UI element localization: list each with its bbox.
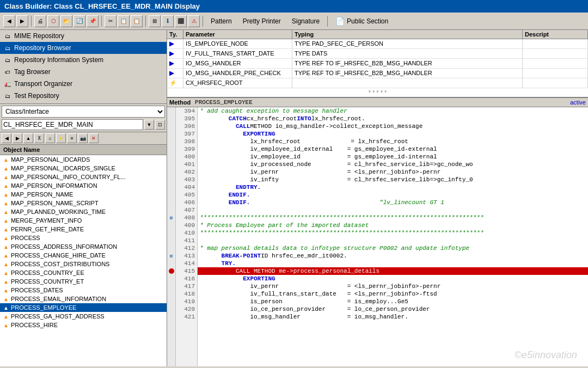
toolbar-separator-4 bbox=[203, 16, 203, 27]
bookmark-button[interactable]: 📌 bbox=[87, 15, 99, 27]
nav-mime[interactable]: 🗂 MIME Repository bbox=[0, 30, 167, 42]
pattern-button[interactable]: Pattern bbox=[206, 15, 237, 27]
code-line bbox=[198, 206, 588, 214]
expand-icon: ⊞ bbox=[170, 215, 173, 221]
object-type-select[interactable]: Class/Interface bbox=[2, 106, 165, 118]
nav-list-btn[interactable]: ≡ bbox=[67, 133, 77, 143]
nav-test-repo[interactable]: 🗂 Test Repository bbox=[0, 90, 167, 102]
param-type-cell: ⚡ bbox=[167, 78, 183, 88]
table-row[interactable]: ▶ IO_MSG_HANDLER TYPE REF TO IF_HRSFEC_B… bbox=[167, 59, 588, 69]
code-line: * Process Employee part of the imported … bbox=[198, 222, 588, 229]
code-line: ****************************************… bbox=[198, 229, 588, 237]
table-row[interactable]: ▶ IV_FULL_TRANS_START_DATE TYPE DATS bbox=[167, 49, 588, 59]
param-typing-cell: TYPE PAD_SFEC_CE_PERSON bbox=[292, 39, 523, 48]
code-line: EXPORTING bbox=[198, 130, 588, 138]
code-line: iv_pernr = <ls_pernr_jobinfo>-pernr bbox=[198, 283, 588, 290]
list-item[interactable]: ▲ MAP_PERSONAL_IDCARDS bbox=[0, 155, 167, 164]
forward-button[interactable]: ▶ bbox=[16, 15, 28, 27]
list-item[interactable]: ▲ PROCESS_GA_HOST_ADDRESS bbox=[0, 312, 167, 321]
object-icon: ▲ bbox=[3, 183, 9, 189]
code-line: iv_full_trans_start_date = <ls_pernr_job… bbox=[198, 290, 588, 298]
list-item[interactable]: ▲ PROCESS bbox=[0, 234, 167, 242]
grid-button[interactable]: ⊞ bbox=[149, 15, 161, 27]
public-section-icon: 📄 bbox=[335, 17, 345, 26]
code-line: iv_infty = cl_hrsfec_service_lib=>gc_inf… bbox=[198, 176, 588, 183]
param-type-cell: ▶ bbox=[167, 39, 183, 48]
params-table: Ty. Parameter Typing Descript ▶ IS_EMPLO… bbox=[167, 30, 588, 98]
object-icon: ▲ bbox=[3, 270, 9, 276]
public-section-button[interactable]: 📄 Public Section bbox=[330, 15, 393, 27]
list-item[interactable]: ▲ MERGE_PAYMENT_INFO bbox=[0, 216, 167, 225]
object-icon: ▲ bbox=[3, 200, 9, 206]
list-item[interactable]: ▲ PROCESS_DATES bbox=[0, 286, 167, 295]
nav-repo-browser[interactable]: 🗂 Repository Browser bbox=[0, 42, 167, 54]
object-icon: ▲ bbox=[3, 226, 9, 232]
list-item-selected[interactable]: ▲ PROCESS_EMPLOYEE bbox=[0, 303, 167, 312]
object-icon: ▲ bbox=[3, 253, 9, 259]
paste-button[interactable]: 📋 bbox=[131, 15, 143, 27]
param-name-cell: IO_MSG_HANDLER_PRE_CHECK bbox=[183, 69, 292, 78]
param-typing-cell: TYPE DATS bbox=[292, 49, 523, 58]
code-line: ****************************************… bbox=[198, 214, 588, 222]
code-area[interactable]: ⊞ ⊞ 394 395 396 397 398 399 400 401 402 bbox=[167, 107, 588, 366]
nav-camera-btn[interactable]: 📷 bbox=[78, 133, 88, 143]
list-item[interactable]: ▲ PROCESS_COUNTRY_ET bbox=[0, 277, 167, 286]
code-gutter: ⊞ ⊞ bbox=[167, 107, 176, 366]
nav-transport[interactable]: 🚛 Transport Organizer bbox=[0, 78, 167, 90]
copy-button[interactable]: 📋 bbox=[118, 15, 130, 27]
pretty-printer-button[interactable]: Pretty Printer bbox=[238, 15, 286, 27]
code-line: * add caught exception to message handle… bbox=[198, 107, 588, 115]
list-item[interactable]: ▲ MAP_PLANNED_WORKING_TIME bbox=[0, 207, 167, 216]
toolbar-separator-5 bbox=[327, 16, 328, 27]
list-item[interactable]: ▲ MAP_PERSON_INFORMATION bbox=[0, 181, 167, 190]
object-icon: ▲ bbox=[3, 287, 9, 293]
list-item[interactable]: ▲ PERNR_GET_HIRE_DATE bbox=[0, 225, 167, 234]
folder-button[interactable]: 📂 bbox=[60, 15, 72, 27]
scissors-button[interactable]: ✂ bbox=[105, 15, 117, 27]
param-type-cell: ▶ bbox=[167, 69, 183, 78]
list-item[interactable]: ▲ PROCESS_COUNTRY_EE bbox=[0, 268, 167, 277]
nav-forward-btn[interactable]: ▶ bbox=[13, 133, 22, 143]
list-item[interactable]: ▲ PROCESS_EMAIL_INFORMATION bbox=[0, 295, 167, 303]
class-dropdown-btn[interactable]: ▼ bbox=[144, 120, 154, 130]
nav-icon-row: ◀ ▶ ▲ ⊼ ⌂ ★ ≡ 📷 ✕ bbox=[0, 132, 167, 145]
nav-star-btn[interactable]: ★ bbox=[56, 133, 66, 143]
nav-repo-info[interactable]: 🗂 Repository Information System bbox=[0, 54, 167, 66]
list-item[interactable]: ▲ PROCESS_ADDRESS_INFORMATION bbox=[0, 242, 167, 251]
list-item[interactable]: ▲ PROCESS_CHANGE_HIRE_DATE bbox=[0, 251, 167, 260]
table-row[interactable]: ▶ IS_EMPLOYEE_NODE TYPE PAD_SFEC_CE_PERS… bbox=[167, 39, 588, 49]
nav-home-btn[interactable]: ⌂ bbox=[45, 133, 55, 143]
list-item[interactable]: ▲ MAP_PERSONAL_IDCARDS_SINGLE bbox=[0, 164, 167, 173]
object-list[interactable]: ▲ MAP_PERSONAL_IDCARDS ▲ MAP_PERSONAL_ID… bbox=[0, 155, 167, 366]
code-line: EXPORTING bbox=[198, 275, 588, 283]
table-row[interactable]: ⚡ CX_HRSFEC_ROOT bbox=[167, 78, 588, 88]
header-param: Parameter bbox=[183, 30, 292, 39]
nav-tag-browser[interactable]: 🏷 Tag Browser bbox=[0, 66, 167, 78]
object-button[interactable]: ⬡ bbox=[47, 15, 59, 27]
object-icon: ▲ bbox=[3, 165, 9, 171]
info-button[interactable]: ℹ bbox=[162, 15, 174, 27]
stop-button[interactable]: ⬛ bbox=[175, 15, 187, 27]
refresh-button[interactable]: 🔄 bbox=[74, 15, 85, 27]
class-name-input[interactable] bbox=[2, 119, 143, 130]
signature-button[interactable]: Signature bbox=[287, 15, 324, 27]
list-item[interactable]: ▲ MAP_PERSON_NAME bbox=[0, 190, 167, 199]
warning-button[interactable]: ⚠ bbox=[188, 15, 200, 27]
window-title: Class Builder: Class CL_HRSFEC_EE_MDR_MA… bbox=[4, 2, 200, 10]
nav-close-btn[interactable]: ✕ bbox=[89, 133, 99, 143]
list-item[interactable]: ▲ MAP_PERSONAL_INFO_COUNTRY_FL... bbox=[0, 173, 167, 181]
nav-root-btn[interactable]: ⊼ bbox=[34, 133, 44, 143]
object-icon: ▲ bbox=[3, 157, 9, 163]
list-item[interactable]: ▲ PROCESS_HIRE bbox=[0, 321, 167, 329]
param-name-cell: CX_HRSFEC_ROOT bbox=[183, 78, 292, 88]
param-name-cell: IO_MSG_HANDLER bbox=[183, 59, 292, 68]
table-row[interactable]: ▶ IO_MSG_HANDLER_PRE_CHECK TYPE REF TO I… bbox=[167, 69, 588, 78]
print-button[interactable]: 🖨 bbox=[34, 15, 46, 27]
back-button[interactable]: ◀ bbox=[3, 15, 15, 27]
list-item[interactable]: ▲ MAP_PERSON_NAME_SCRIPT bbox=[0, 199, 167, 207]
nav-back-btn[interactable]: ◀ bbox=[2, 133, 11, 143]
list-item[interactable]: ▲ PROCESS_COST_DISTRIBUTIONS bbox=[0, 260, 167, 268]
nav-up-btn[interactable]: ▲ bbox=[23, 133, 33, 143]
breakpoint-icon bbox=[169, 268, 174, 274]
class-search-btn[interactable]: ⊡ bbox=[155, 120, 165, 130]
